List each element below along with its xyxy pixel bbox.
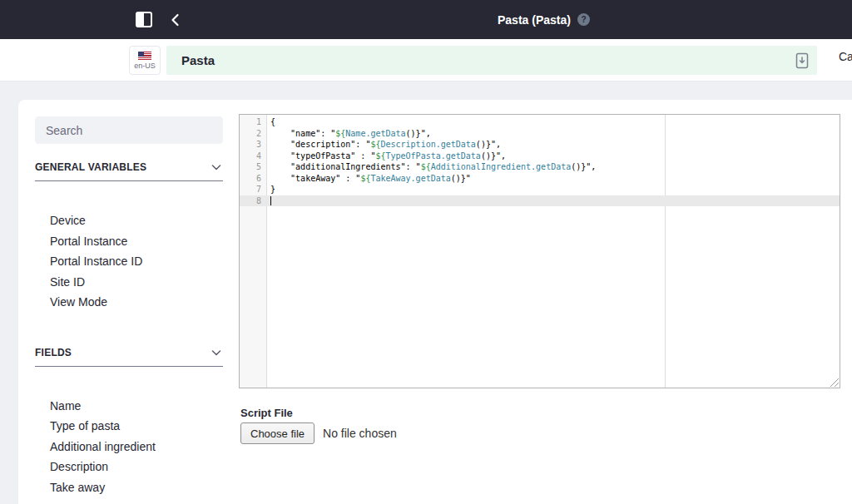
help-icon[interactable]: ? — [577, 13, 590, 26]
line-number: 8 — [240, 195, 267, 207]
content-card: GENERAL VARIABLES DevicePortal InstanceP… — [18, 100, 852, 504]
line-code: "typeOfPasta" : "${TypeOfPasta.getData()… — [267, 151, 506, 162]
chevron-down-icon — [210, 346, 223, 359]
sidebar-item-additional-ingredient[interactable]: Additional ingredient — [35, 437, 223, 457]
chevron-left-icon — [167, 12, 184, 28]
sidebar-section: FIELDS NameType of pastaAdditional ingre… — [35, 346, 223, 498]
sidebar-section-title: FIELDS — [35, 348, 72, 358]
sidebar-section: GENERAL VARIABLES DevicePortal InstanceP… — [35, 161, 223, 313]
back-button[interactable] — [167, 12, 184, 28]
line-code: "takeAway" : "${TakeAway.getData()}" — [267, 173, 471, 185]
us-flag-icon — [138, 52, 151, 61]
editor-line: 8 — [240, 195, 840, 207]
editor-line: 5 "additionalIngredients": "${Additional… — [240, 161, 840, 173]
script-file-label: Script File — [240, 407, 293, 419]
search-input[interactable] — [35, 116, 223, 144]
line-code: { — [267, 116, 275, 128]
editor-resize-handle[interactable] — [829, 377, 839, 387]
editor-line: 3 "description": "${Description.getData(… — [240, 139, 840, 151]
sidebar-item-portal-instance[interactable]: Portal Instance — [35, 231, 223, 252]
sidebar-toggle-icon[interactable] — [136, 12, 152, 27]
sidebar-sections: GENERAL VARIABLES DevicePortal InstanceP… — [35, 161, 223, 497]
cancel-button[interactable]: Cancel — [839, 50, 852, 63]
line-code — [267, 195, 271, 207]
sidebar-item-name[interactable]: Name — [35, 396, 223, 417]
page-title: Pasta (Pasta) — [498, 13, 571, 27]
editor-line: 6 "takeAway" : "${TakeAway.getData()}" — [240, 173, 840, 185]
editor-line: 2 "name": "${Name.getData()}", — [240, 128, 840, 140]
locale-label: en-US — [134, 62, 156, 70]
choose-file-button[interactable]: Choose file — [240, 422, 315, 444]
app-topbar: Pasta (Pasta) ? — [0, 0, 852, 39]
fields-sidebar: GENERAL VARIABLES DevicePortal InstanceP… — [35, 116, 223, 497]
script-file-input: Choose file No file chosen — [240, 422, 397, 444]
line-number: 7 — [240, 184, 267, 195]
line-code: "additionalIngredients": "${AdditionalIn… — [267, 161, 596, 173]
line-number: 1 — [240, 116, 267, 128]
sidebar-section-items: DevicePortal InstancePortal Instance IDS… — [35, 181, 223, 313]
line-code: "name": "${Name.getData()}", — [267, 128, 431, 140]
line-number: 4 — [240, 151, 267, 162]
sidebar-item-description[interactable]: Description — [35, 457, 223, 477]
line-number: 2 — [240, 128, 267, 140]
entry-name-bar: en-US Pasta Cancel — [0, 39, 852, 82]
chevron-down-icon — [210, 161, 223, 174]
entry-name-input[interactable]: Pasta — [166, 46, 817, 75]
sidebar-toggle-fill — [137, 13, 144, 26]
document-download-icon — [795, 52, 809, 69]
line-number: 3 — [240, 139, 267, 151]
sidebar-section-items: NameType of pastaAdditional ingredientDe… — [35, 367, 223, 498]
line-code: "description": "${Description.getData()}… — [267, 139, 501, 151]
sidebar-section-header[interactable]: GENERAL VARIABLES — [35, 161, 223, 181]
editor-line: 7} — [240, 184, 840, 195]
editor-line: 1{ — [240, 116, 840, 128]
sidebar-item-take-away[interactable]: Take away — [35, 477, 223, 498]
sidebar-item-site-id[interactable]: Site ID — [35, 272, 223, 293]
editor-lines: 1{2 "name": "${Name.getData()}",3 "descr… — [240, 115, 840, 206]
language-selector-button[interactable]: en-US — [129, 46, 161, 75]
script-code-editor[interactable]: 1{2 "name": "${Name.getData()}",3 "descr… — [239, 114, 840, 388]
file-chosen-status: No file chosen — [323, 427, 397, 440]
sidebar-item-type-of-pasta[interactable]: Type of pasta — [35, 416, 223, 437]
line-number: 6 — [240, 173, 267, 185]
page-background: GENERAL VARIABLES DevicePortal InstanceP… — [0, 82, 852, 504]
text-cursor — [270, 196, 271, 205]
line-code: } — [267, 184, 275, 195]
sidebar-item-device[interactable]: Device — [35, 210, 223, 231]
page-title-wrap: Pasta (Pasta) ? — [498, 0, 590, 39]
sidebar-item-portal-instance-id[interactable]: Portal Instance ID — [35, 251, 223, 272]
entry-name-value: Pasta — [181, 53, 795, 67]
sidebar-item-view-mode[interactable]: View Mode — [35, 292, 223, 313]
sidebar-section-title: GENERAL VARIABLES — [35, 162, 146, 172]
sidebar-section-header[interactable]: FIELDS — [35, 346, 223, 367]
line-number: 5 — [240, 161, 267, 173]
editor-line: 4 "typeOfPasta" : "${TypeOfPasta.getData… — [240, 151, 840, 162]
